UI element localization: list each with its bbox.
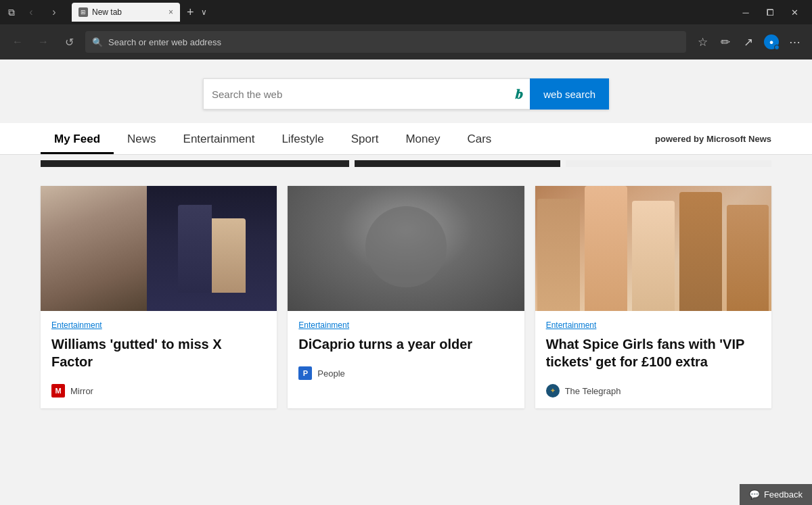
- tab-myfeed-label: My Feed: [54, 133, 100, 145]
- article-image-2: [535, 186, 771, 311]
- source-logo-letter-1: P: [303, 369, 308, 377]
- tab-entertainment[interactable]: Entertainment: [170, 123, 269, 154]
- top-strips: [41, 160, 771, 167]
- tab-controls: ⧉ ‹ ›: [5, 3, 64, 22]
- nav-tabs: My Feed News Entertainment Lifestyle Spo…: [41, 123, 655, 154]
- article-source-1: P People: [298, 366, 513, 380]
- tab-myfeed[interactable]: My Feed: [41, 123, 114, 154]
- strip-1: [41, 160, 349, 167]
- tab-entertainment-label: Entertainment: [183, 133, 255, 145]
- tab-lifestyle[interactable]: Lifestyle: [268, 123, 337, 154]
- star-icon: ☆: [698, 35, 708, 49]
- powered-by: powered by Microsoft News: [655, 134, 771, 144]
- powered-brand: Microsoft News: [706, 134, 771, 144]
- profile-btn[interactable]: ●: [762, 32, 781, 51]
- share-btn[interactable]: ↗: [739, 32, 758, 51]
- search-section: 𝐛 web search: [0, 59, 812, 123]
- url-text: Search or enter web address: [108, 37, 221, 47]
- back-tab-btn[interactable]: ‹: [22, 3, 41, 22]
- article-category-2[interactable]: Entertainment: [546, 320, 761, 330]
- tab-money[interactable]: Money: [392, 123, 453, 154]
- article-card-1[interactable]: Entertainment DiCaprio turns a year olde…: [288, 186, 524, 408]
- tab-title-text: New tab: [92, 7, 164, 17]
- source-logo-0: M: [51, 384, 65, 398]
- source-name-2: The Telegraph: [565, 386, 621, 396]
- tab-cars[interactable]: Cars: [453, 123, 505, 154]
- search-box: 𝐛 web search: [203, 78, 609, 110]
- forward-tab-btn[interactable]: ›: [45, 3, 64, 22]
- article-image-0: [41, 186, 277, 311]
- refresh-icon: ↺: [65, 36, 74, 49]
- article-source-2: ✦ The Telegraph: [546, 384, 761, 398]
- web-search-button[interactable]: web search: [530, 78, 609, 110]
- forward-btn[interactable]: →: [34, 32, 53, 51]
- tab-dropdown-btn[interactable]: ∨: [201, 7, 207, 17]
- article-card-0[interactable]: Entertainment Williams 'gutted' to miss …: [41, 186, 277, 408]
- forward-icon: →: [38, 36, 49, 48]
- nav-section: My Feed News Entertainment Lifestyle Spo…: [0, 123, 812, 155]
- article-body-2: Entertainment What Spice Girls fans with…: [535, 311, 771, 408]
- more-btn[interactable]: ⋯: [785, 32, 804, 51]
- articles-section: Entertainment Williams 'gutted' to miss …: [0, 172, 812, 408]
- close-btn[interactable]: ✕: [782, 0, 807, 24]
- reading-btn[interactable]: ✏: [716, 32, 735, 51]
- bing-logo-icon: 𝐛: [514, 87, 522, 102]
- source-logo-1: P: [298, 366, 312, 380]
- active-tab[interactable]: ⊞ New tab ×: [72, 3, 180, 22]
- url-bar[interactable]: 🔍 Search or enter web address: [85, 31, 686, 53]
- pen-icon: ✏: [721, 35, 730, 49]
- feedback-button[interactable]: 💬 Feedback: [740, 484, 812, 505]
- tab-lifestyle-label: Lifestyle: [281, 133, 323, 145]
- article-image-1: [288, 186, 524, 311]
- article-category-1[interactable]: Entertainment: [298, 320, 513, 330]
- profile-letter: ●: [769, 38, 774, 46]
- page-content: 𝐛 web search My Feed News Entertainment …: [0, 59, 812, 505]
- window-controls: ─ ⧠ ✕: [734, 0, 807, 24]
- powered-prefix: powered by: [655, 134, 704, 144]
- source-logo-letter-0: M: [55, 387, 61, 395]
- search-input-wrap[interactable]: 𝐛: [203, 78, 530, 110]
- tab-bar: ⧉ ‹ › ⊞ New tab × + ∨ ─ ⧠ ✕: [0, 0, 812, 24]
- source-name-0: Mirror: [70, 386, 93, 396]
- profile-avatar: ●: [764, 34, 779, 49]
- tab-sport[interactable]: Sport: [338, 123, 392, 154]
- search-input[interactable]: [212, 89, 509, 100]
- article-source-0: M Mirror: [51, 384, 266, 398]
- tab-sport-label: Sport: [351, 133, 379, 145]
- favorites-btn[interactable]: ☆: [693, 32, 712, 51]
- more-icon: ⋯: [789, 35, 800, 49]
- article-body-0: Entertainment Williams 'gutted' to miss …: [41, 311, 277, 408]
- source-logo-2: ✦: [546, 384, 560, 398]
- tab-grid-btn[interactable]: ⧉: [5, 5, 18, 20]
- share-icon: ↗: [744, 35, 753, 49]
- browser-chrome: ⧉ ‹ › ⊞ New tab × + ∨ ─ ⧠ ✕ ← → ↺ 🔍 Se: [0, 0, 812, 59]
- article-category-0[interactable]: Entertainment: [51, 320, 266, 330]
- toolbar-icons: ☆ ✏ ↗ ● ⋯: [693, 32, 804, 51]
- feedback-label: Feedback: [764, 489, 803, 500]
- new-tab-btn[interactable]: +: [183, 5, 198, 20]
- tab-money-label: Money: [405, 133, 440, 145]
- strip-2: [355, 160, 560, 167]
- article-title-1: DiCaprio turns a year older: [298, 335, 513, 353]
- minimize-btn[interactable]: ─: [734, 0, 758, 24]
- tab-close-btn[interactable]: ×: [168, 7, 173, 17]
- address-bar: ← → ↺ 🔍 Search or enter web address ☆ ✏ …: [0, 24, 812, 59]
- url-search-icon: 🔍: [92, 37, 103, 47]
- article-title-2: What Spice Girls fans with 'VIP tickets'…: [546, 335, 761, 370]
- feedback-icon: 💬: [749, 489, 760, 500]
- article-card-2[interactable]: Entertainment What Spice Girls fans with…: [535, 186, 771, 408]
- restore-btn[interactable]: ⧠: [758, 0, 782, 24]
- strip-3: [566, 160, 771, 167]
- profile-dot: [774, 45, 780, 50]
- tab-cars-label: Cars: [467, 133, 491, 145]
- article-body-1: Entertainment DiCaprio turns a year olde…: [288, 311, 524, 391]
- back-icon: ←: [12, 36, 23, 48]
- tab-news-label: News: [127, 133, 156, 145]
- source-name-1: People: [317, 368, 344, 379]
- tab-news[interactable]: News: [114, 123, 170, 154]
- tab-favicon: ⊞: [78, 7, 88, 17]
- article-title-0: Williams 'gutted' to miss X Factor: [51, 335, 266, 370]
- refresh-btn[interactable]: ↺: [60, 32, 78, 51]
- back-btn[interactable]: ←: [8, 32, 27, 51]
